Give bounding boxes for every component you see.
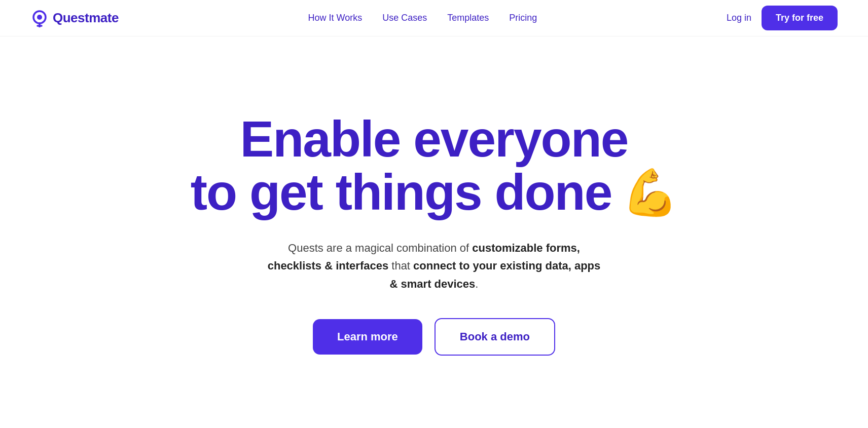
nav-templates[interactable]: Templates [447, 13, 489, 23]
hero-bold2: connect to your existing data, apps & sm… [390, 259, 601, 290]
logo-text: Questmate [53, 10, 119, 26]
login-link[interactable]: Log in [727, 13, 751, 23]
nav-pricing[interactable]: Pricing [509, 13, 537, 23]
nav-use-cases[interactable]: Use Cases [382, 13, 427, 23]
logo[interactable]: Questmate [30, 9, 119, 27]
learn-more-button[interactable]: Learn more [313, 319, 422, 355]
nav-links: How It Works Use Cases Templates Pricing [308, 13, 537, 23]
headline-line2: to get things done 💪 [191, 166, 678, 219]
nav-how-it-works[interactable]: How It Works [308, 13, 363, 23]
logo-icon [30, 9, 49, 27]
headline-line2-text: to get things done [191, 166, 612, 219]
hero-buttons: Learn more Book a demo [313, 318, 555, 356]
hero-description: Quests are a magical combination of cust… [267, 239, 601, 293]
headline-line1: Enable everyone [240, 110, 628, 167]
muscle-emoji: 💪 [622, 170, 677, 215]
hero-headline: Enable everyone to get things done 💪 [191, 112, 678, 219]
try-free-button[interactable]: Try for free [762, 6, 838, 30]
book-demo-button[interactable]: Book a demo [435, 318, 555, 356]
hero-section: Enable everyone to get things done 💪 Que… [0, 36, 868, 421]
navbar: Questmate How It Works Use Cases Templat… [0, 0, 868, 36]
nav-actions: Log in Try for free [727, 6, 838, 30]
svg-point-1 [37, 15, 42, 20]
